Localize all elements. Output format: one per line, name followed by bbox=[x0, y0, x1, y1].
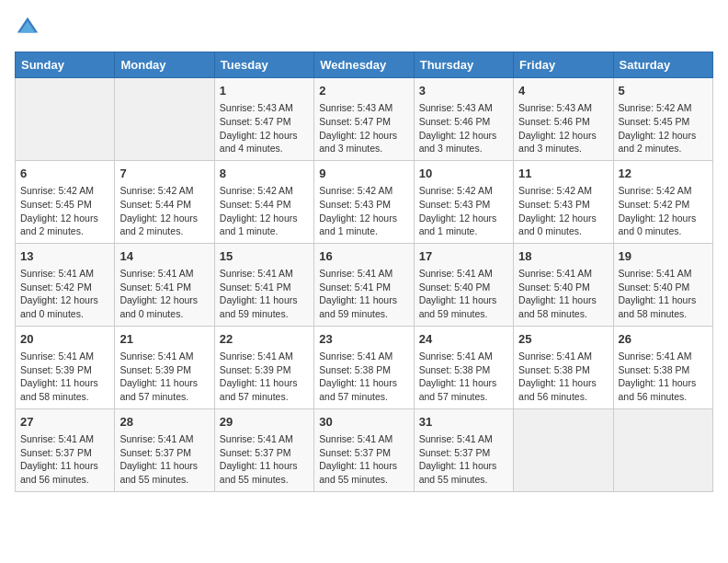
sunset: Sunset: 5:45 PM bbox=[20, 199, 92, 210]
sunrise: Sunrise: 5:41 AM bbox=[619, 268, 692, 279]
sunrise: Sunrise: 5:42 AM bbox=[220, 185, 293, 196]
calendar-cell: 31Sunrise: 5:41 AMSunset: 5:37 PMDayligh… bbox=[414, 408, 513, 491]
daylight: Daylight: 12 hours and 3 minutes. bbox=[518, 130, 597, 155]
day-header-tuesday: Tuesday bbox=[214, 52, 313, 78]
sunrise: Sunrise: 5:41 AM bbox=[20, 433, 94, 444]
sunrise: Sunrise: 5:41 AM bbox=[419, 433, 493, 444]
sunset: Sunset: 5:41 PM bbox=[119, 282, 191, 293]
sunrise: Sunrise: 5:43 AM bbox=[220, 102, 293, 113]
calendar-cell bbox=[115, 78, 214, 161]
sunset: Sunset: 5:37 PM bbox=[119, 447, 191, 458]
sunrise: Sunrise: 5:41 AM bbox=[220, 433, 293, 444]
calendar-table: SundayMondayTuesdayWednesdayThursdayFrid… bbox=[15, 52, 713, 492]
calendar-header-row: SundayMondayTuesdayWednesdayThursdayFrid… bbox=[16, 52, 713, 78]
day-number: 29 bbox=[220, 414, 309, 431]
sunset: Sunset: 5:38 PM bbox=[319, 364, 391, 375]
sunrise: Sunrise: 5:42 AM bbox=[619, 102, 692, 113]
day-number: 3 bbox=[419, 83, 508, 99]
sunset: Sunset: 5:39 PM bbox=[20, 364, 92, 375]
day-header-friday: Friday bbox=[514, 52, 613, 78]
sunset: Sunset: 5:37 PM bbox=[20, 447, 92, 458]
calendar-week-3: 13Sunrise: 5:41 AMSunset: 5:42 PMDayligh… bbox=[16, 243, 713, 326]
sunset: Sunset: 5:44 PM bbox=[220, 199, 291, 210]
sunrise: Sunrise: 5:41 AM bbox=[619, 350, 692, 362]
sunset: Sunset: 5:45 PM bbox=[619, 116, 690, 127]
day-number: 24 bbox=[419, 331, 508, 348]
calendar-cell: 19Sunrise: 5:41 AMSunset: 5:40 PMDayligh… bbox=[613, 243, 712, 326]
calendar-cell: 20Sunrise: 5:41 AMSunset: 5:39 PMDayligh… bbox=[16, 326, 115, 408]
sunrise: Sunrise: 5:41 AM bbox=[20, 268, 94, 279]
calendar-cell bbox=[613, 408, 712, 491]
day-number: 12 bbox=[619, 166, 708, 182]
daylight: Daylight: 11 hours and 57 minutes. bbox=[419, 377, 497, 402]
day-number: 2 bbox=[319, 83, 408, 99]
sunrise: Sunrise: 5:41 AM bbox=[119, 350, 193, 362]
calendar-cell: 16Sunrise: 5:41 AMSunset: 5:41 PMDayligh… bbox=[314, 243, 414, 326]
calendar-cell: 4Sunrise: 5:43 AMSunset: 5:46 PMDaylight… bbox=[514, 78, 613, 161]
sunrise: Sunrise: 5:41 AM bbox=[518, 350, 592, 362]
calendar-cell: 8Sunrise: 5:42 AMSunset: 5:44 PMDaylight… bbox=[214, 160, 313, 243]
calendar-cell: 1Sunrise: 5:43 AMSunset: 5:47 PMDaylight… bbox=[214, 78, 313, 161]
sunset: Sunset: 5:37 PM bbox=[220, 447, 291, 458]
day-number: 31 bbox=[419, 414, 508, 431]
sunset: Sunset: 5:47 PM bbox=[319, 116, 391, 127]
day-number: 20 bbox=[20, 331, 109, 348]
daylight: Daylight: 11 hours and 56 minutes. bbox=[619, 377, 697, 402]
daylight: Daylight: 12 hours and 0 minutes. bbox=[619, 213, 697, 237]
sunrise: Sunrise: 5:41 AM bbox=[319, 268, 392, 279]
daylight: Daylight: 11 hours and 55 minutes. bbox=[119, 460, 198, 485]
calendar-cell: 2Sunrise: 5:43 AMSunset: 5:47 PMDaylight… bbox=[314, 78, 414, 161]
day-number: 21 bbox=[119, 331, 209, 348]
day-number: 5 bbox=[619, 83, 708, 99]
daylight: Daylight: 12 hours and 1 minute. bbox=[319, 213, 397, 237]
sunset: Sunset: 5:42 PM bbox=[619, 199, 690, 210]
sunrise: Sunrise: 5:41 AM bbox=[419, 268, 493, 279]
day-number: 9 bbox=[319, 166, 408, 182]
calendar-cell: 24Sunrise: 5:41 AMSunset: 5:38 PMDayligh… bbox=[414, 326, 513, 408]
day-header-monday: Monday bbox=[115, 52, 214, 78]
sunrise: Sunrise: 5:41 AM bbox=[119, 268, 193, 279]
sunset: Sunset: 5:40 PM bbox=[619, 282, 690, 293]
sunrise: Sunrise: 5:41 AM bbox=[119, 433, 193, 444]
day-number: 18 bbox=[518, 248, 608, 265]
sunset: Sunset: 5:39 PM bbox=[119, 364, 191, 375]
sunrise: Sunrise: 5:41 AM bbox=[319, 350, 392, 362]
daylight: Daylight: 11 hours and 55 minutes. bbox=[220, 460, 298, 485]
calendar-cell: 17Sunrise: 5:41 AMSunset: 5:40 PMDayligh… bbox=[414, 243, 513, 326]
day-number: 28 bbox=[119, 414, 209, 431]
sunrise: Sunrise: 5:42 AM bbox=[619, 185, 692, 196]
daylight: Daylight: 11 hours and 59 minutes. bbox=[220, 294, 298, 319]
sunset: Sunset: 5:41 PM bbox=[220, 282, 291, 293]
sunrise: Sunrise: 5:43 AM bbox=[419, 102, 493, 113]
calendar-cell: 21Sunrise: 5:41 AMSunset: 5:39 PMDayligh… bbox=[115, 326, 214, 408]
daylight: Daylight: 12 hours and 3 minutes. bbox=[319, 130, 397, 155]
daylight: Daylight: 11 hours and 56 minutes. bbox=[20, 460, 98, 485]
sunrise: Sunrise: 5:42 AM bbox=[319, 185, 392, 196]
sunset: Sunset: 5:37 PM bbox=[419, 447, 491, 458]
day-number: 26 bbox=[619, 331, 708, 348]
day-number: 14 bbox=[119, 248, 209, 265]
daylight: Daylight: 11 hours and 59 minutes. bbox=[419, 294, 497, 319]
daylight: Daylight: 11 hours and 59 minutes. bbox=[319, 294, 397, 319]
calendar-cell: 28Sunrise: 5:41 AMSunset: 5:37 PMDayligh… bbox=[115, 408, 214, 491]
calendar-cell bbox=[514, 408, 613, 491]
calendar-cell: 7Sunrise: 5:42 AMSunset: 5:44 PMDaylight… bbox=[115, 160, 214, 243]
calendar-cell: 3Sunrise: 5:43 AMSunset: 5:46 PMDaylight… bbox=[414, 78, 513, 161]
calendar-cell: 29Sunrise: 5:41 AMSunset: 5:37 PMDayligh… bbox=[214, 408, 313, 491]
calendar-cell: 5Sunrise: 5:42 AMSunset: 5:45 PMDaylight… bbox=[613, 78, 712, 161]
page-header bbox=[15, 15, 713, 40]
sunset: Sunset: 5:39 PM bbox=[220, 364, 291, 375]
calendar-cell: 18Sunrise: 5:41 AMSunset: 5:40 PMDayligh… bbox=[514, 243, 613, 326]
sunset: Sunset: 5:44 PM bbox=[119, 199, 191, 210]
daylight: Daylight: 12 hours and 0 minutes. bbox=[119, 294, 198, 319]
daylight: Daylight: 12 hours and 4 minutes. bbox=[220, 130, 298, 155]
sunrise: Sunrise: 5:41 AM bbox=[419, 350, 493, 362]
sunset: Sunset: 5:43 PM bbox=[319, 199, 391, 210]
calendar-cell: 14Sunrise: 5:41 AMSunset: 5:41 PMDayligh… bbox=[115, 243, 214, 326]
day-header-thursday: Thursday bbox=[414, 52, 513, 78]
calendar-cell: 25Sunrise: 5:41 AMSunset: 5:38 PMDayligh… bbox=[514, 326, 613, 408]
day-number: 23 bbox=[319, 331, 408, 348]
daylight: Daylight: 11 hours and 57 minutes. bbox=[119, 377, 198, 402]
day-number: 7 bbox=[119, 166, 209, 182]
calendar-cell: 13Sunrise: 5:41 AMSunset: 5:42 PMDayligh… bbox=[16, 243, 115, 326]
